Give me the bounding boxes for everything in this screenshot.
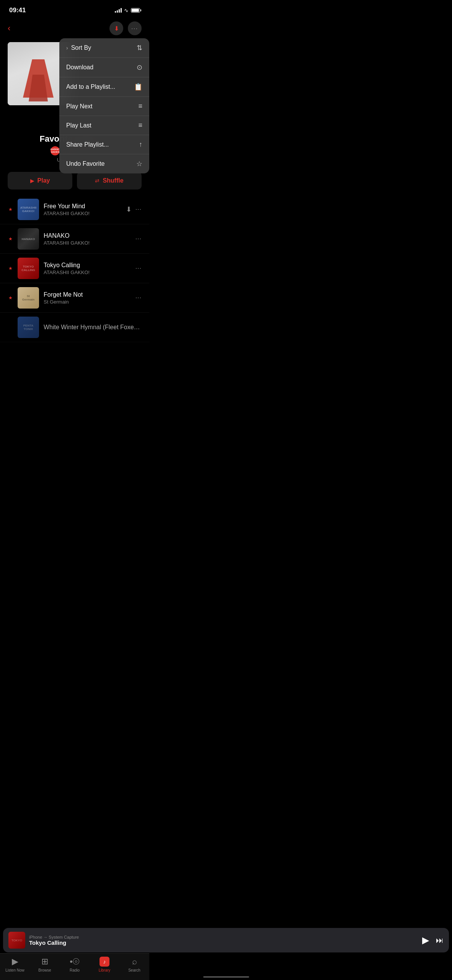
song-title: Free Your Mind (44, 203, 121, 210)
song-info: Forget Me Not St Germain (44, 291, 131, 305)
song-title: White Winter Hymnal (Fleet Foxes Cover) (44, 324, 142, 331)
download-icon: ⬇ (114, 25, 119, 32)
list-item[interactable]: ★ ATARASHIIGAKKO! Free Your Mind ATARASH… (0, 195, 149, 224)
status-icons: ∿ (115, 7, 140, 13)
song-info: HANAKO ATARASHII GAKKO! (44, 232, 131, 246)
menu-item-undo-favorite[interactable]: Undo Favorite ☆ (59, 154, 149, 173)
menu-item-add-playlist[interactable]: Add to a Playlist... 📋 (59, 77, 149, 97)
play-icon: ▶ (30, 178, 34, 184)
creator-badge: GADGETHACKS (51, 146, 60, 155)
song-info: White Winter Hymnal (Fleet Foxes Cover) (44, 324, 142, 331)
play-last-icon: ≡ (138, 121, 142, 129)
download-button[interactable]: ⬇ (109, 21, 123, 35)
main-content: › Sort By ⇅ Download ⊙ Add to a Playlist… (0, 38, 149, 396)
song-actions: ··· (135, 294, 142, 301)
signal-bars-icon (115, 8, 122, 13)
top-nav: ‹ ⬇ ··· (0, 18, 149, 38)
song-thumbnail: PENTATONIX (18, 317, 39, 338)
status-bar: 09:41 ∿ (0, 0, 149, 18)
song-actions: ··· (135, 265, 142, 272)
shuffle-button[interactable]: ⇄ Shuffle (77, 172, 142, 189)
back-button[interactable]: ‹ (8, 23, 10, 33)
favorite-star-icon: ★ (8, 236, 13, 242)
more-button[interactable]: ··· (135, 294, 142, 301)
chevron-right-icon: › (66, 45, 68, 51)
menu-item-play-last[interactable]: Play Last ≡ (59, 116, 149, 135)
play-next-icon: ≡ (138, 102, 142, 110)
song-artist: ATARASHII GAKKO! (44, 240, 131, 246)
add-playlist-icon: 📋 (134, 83, 142, 91)
top-right-buttons: ⬇ ··· (109, 21, 142, 35)
more-icon: ··· (131, 25, 138, 31)
menu-item-sort-by[interactable]: › Sort By ⇅ (59, 38, 149, 58)
favorite-star-icon: ★ (8, 295, 13, 301)
unfavorite-icon: ☆ (136, 160, 142, 168)
favorite-star-icon: ★ (8, 266, 13, 271)
song-title: Tokyo Calling (44, 262, 131, 269)
song-title: HANAKO (44, 232, 131, 239)
share-icon: ↑ (139, 140, 142, 149)
menu-item-download[interactable]: Download ⊙ (59, 58, 149, 77)
song-artist: St Germain (44, 299, 131, 305)
download-circle-icon: ⊙ (137, 63, 142, 72)
context-menu: › Sort By ⇅ Download ⊙ Add to a Playlist… (59, 38, 149, 173)
menu-item-play-next[interactable]: Play Next ≡ (59, 97, 149, 116)
song-thumbnail: ATARASHIIGAKKO! (18, 199, 39, 220)
song-artist: ATARASHII GAKKO! (44, 270, 131, 275)
list-item[interactable]: PENTATONIX White Winter Hymnal (Fleet Fo… (0, 313, 149, 342)
song-artist: ATARASHII GAKKO! (44, 211, 121, 216)
list-item[interactable]: ★ StGermain Forget Me Not St Germain ··· (0, 283, 149, 313)
spacer (0, 342, 149, 396)
shuffle-icon: ⇄ (95, 178, 100, 184)
song-thumbnail: StGermain (18, 287, 39, 309)
status-time: 09:41 (9, 7, 26, 14)
sort-icon: ⇅ (137, 44, 142, 52)
song-actions: ⬇ ··· (126, 205, 142, 214)
menu-item-share-playlist[interactable]: Share Playlist... ↑ (59, 135, 149, 154)
song-title: Forget Me Not (44, 291, 131, 298)
song-thumbnail: HANAKO (18, 228, 39, 250)
song-info: Free Your Mind ATARASHII GAKKO! (44, 203, 121, 216)
wifi-icon: ∿ (124, 7, 129, 13)
favorite-star-icon: ★ (8, 207, 13, 212)
song-list: ★ ATARASHIIGAKKO! Free Your Mind ATARASH… (0, 195, 149, 342)
play-button[interactable]: ▶ Play (8, 172, 72, 189)
more-button[interactable]: ··· (135, 235, 142, 242)
list-item[interactable]: ★ TOKYOCALLING Tokyo Calling ATARASHII G… (0, 254, 149, 283)
download-icon[interactable]: ⬇ (126, 205, 132, 214)
more-button[interactable]: ··· (135, 206, 142, 213)
album-section: › Sort By ⇅ Download ⊙ Add to a Playlist… (0, 38, 149, 126)
more-button[interactable]: ··· (128, 21, 142, 35)
song-info: Tokyo Calling ATARASHII GAKKO! (44, 262, 131, 275)
battery-icon (131, 8, 140, 13)
more-button[interactable]: ··· (135, 265, 142, 272)
song-actions: ··· (135, 235, 142, 242)
list-item[interactable]: ★ HANAKO HANAKO ATARASHII GAKKO! ··· (0, 224, 149, 254)
song-thumbnail: TOKYOCALLING (18, 258, 39, 279)
